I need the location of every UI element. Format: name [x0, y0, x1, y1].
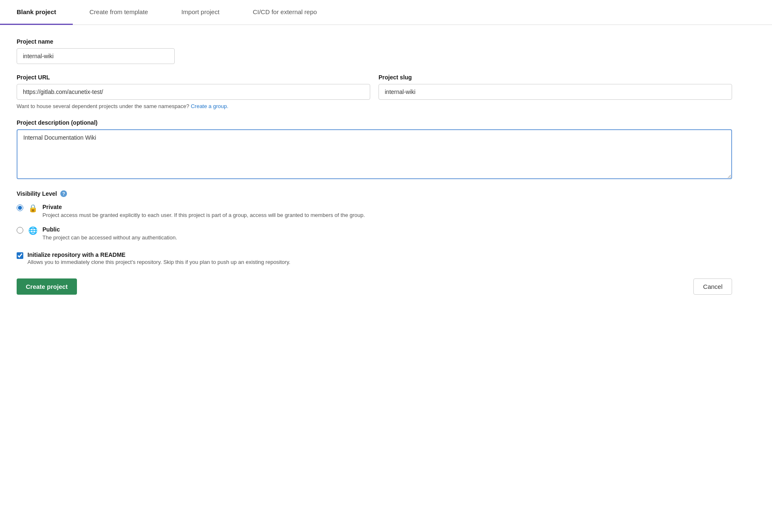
private-radio-label: Private	[42, 204, 732, 210]
project-slug-group: Project slug	[379, 74, 732, 100]
page-wrapper: Blank project Create from template Impor…	[0, 0, 772, 532]
project-slug-label: Project slug	[379, 74, 732, 81]
visibility-help-icon[interactable]: ?	[60, 190, 67, 197]
private-option: 🔒 Private Project access must be granted…	[17, 204, 732, 219]
globe-icon: 🌐	[28, 226, 37, 235]
init-repo-label: Initialize repository with a README	[27, 251, 290, 258]
form-content: Project name Project URL Project slug Wa…	[0, 25, 749, 308]
private-radio-desc: Project access must be granted explicitl…	[42, 211, 732, 219]
namespace-help-text: Want to house several dependent projects…	[17, 103, 732, 109]
tab-cicd-external[interactable]: CI/CD for external repo	[236, 0, 334, 25]
public-radio-label: Public	[42, 226, 732, 233]
create-project-button[interactable]: Create project	[17, 278, 77, 295]
public-radio-desc: The project can be accessed without any …	[42, 234, 732, 242]
private-radio[interactable]	[17, 204, 23, 211]
public-radio[interactable]	[17, 227, 23, 234]
create-group-link[interactable]: Create a group.	[191, 103, 228, 109]
tab-import-project[interactable]: Import project	[165, 0, 236, 25]
project-url-label: Project URL	[17, 74, 370, 81]
private-radio-content: Private Project access must be granted e…	[42, 204, 732, 219]
init-repo-group: Initialize repository with a README Allo…	[17, 251, 732, 265]
project-url-group: Project URL	[17, 74, 370, 100]
url-slug-group: Project URL Project slug Want to house s…	[17, 74, 732, 109]
description-textarea[interactable]	[17, 129, 732, 179]
tab-bar: Blank project Create from template Impor…	[0, 0, 772, 25]
init-repo-content: Initialize repository with a README Allo…	[27, 251, 290, 265]
cancel-button[interactable]: Cancel	[693, 278, 732, 295]
button-row: Create project Cancel	[17, 278, 732, 295]
public-option: 🌐 Public The project can be accessed wit…	[17, 226, 732, 242]
tab-blank-project[interactable]: Blank project	[0, 0, 73, 25]
description-group: Project description (optional)	[17, 119, 732, 180]
project-name-input[interactable]	[17, 48, 175, 64]
project-name-group: Project name	[17, 38, 732, 64]
visibility-group: Visibility Level ? 🔒 Private Project acc…	[17, 190, 732, 241]
project-name-label: Project name	[17, 38, 732, 45]
lock-icon: 🔒	[28, 204, 37, 213]
visibility-section-label: Visibility Level ?	[17, 190, 732, 197]
init-repo-option: Initialize repository with a README Allo…	[17, 251, 732, 265]
tab-create-from-template[interactable]: Create from template	[73, 0, 165, 25]
url-row: Project URL Project slug	[17, 74, 732, 100]
description-label: Project description (optional)	[17, 119, 732, 126]
project-url-input[interactable]	[17, 84, 370, 100]
init-repo-desc: Allows you to immediately clone this pro…	[27, 259, 290, 265]
init-repo-checkbox[interactable]	[17, 252, 23, 259]
public-radio-content: Public The project can be accessed witho…	[42, 226, 732, 242]
project-slug-input[interactable]	[379, 84, 732, 100]
